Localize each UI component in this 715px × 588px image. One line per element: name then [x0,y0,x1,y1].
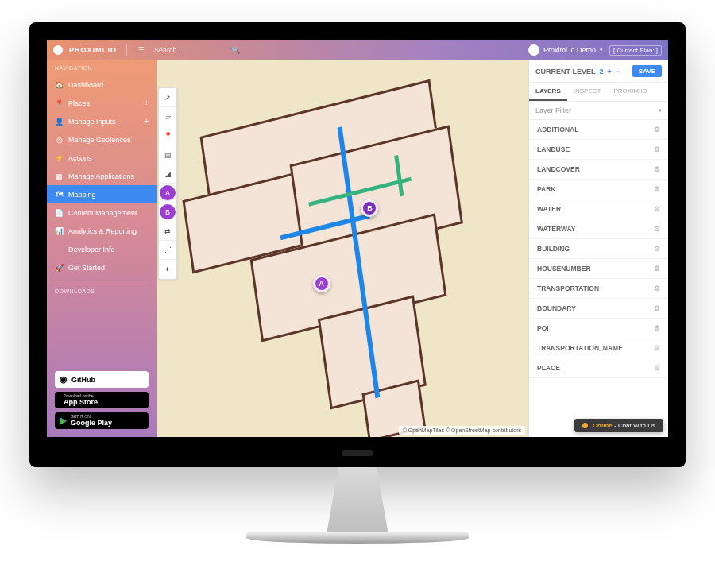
panel-tabs: LAYERSINSPECTPROXIMIIO [529,83,668,102]
sidebar-item-mapping[interactable]: 🗺Mapping [47,185,157,203]
sidebar-item-actions[interactable]: ⚡Actions [47,149,157,167]
gear-icon[interactable]: ⚙ [654,245,660,253]
layer-label: POI [537,324,549,332]
sidebar-item-label: Places [68,99,90,107]
layer-label: HOUSENUMBER [537,265,591,273]
layer-label: WATER [537,205,561,213]
sidebar-item-places[interactable]: 📍Places+ [47,94,157,112]
layer-item-place[interactable]: PLACE⚙ [529,358,668,378]
doc-icon: 📄 [55,208,64,217]
gear-icon[interactable]: ⚙ [654,324,660,332]
menu-icon[interactable]: ☰ [137,46,146,54]
layer-filter[interactable]: Layer Filter ▾ [529,102,668,120]
screen: PROXIMI.IO ☰ 🔍 Proximi.io Demo ▾ [ Curre… [47,40,668,437]
plus-icon[interactable]: + [144,117,149,126]
layer-item-waterway[interactable]: WATERWAY⚙ [529,219,668,239]
gear-icon[interactable]: ⚙ [654,304,660,312]
pin-icon: 📍 [55,99,64,107]
layer-item-transportation[interactable]: TRANSPORTATION⚙ [529,279,668,299]
layer-item-landuse[interactable]: LANDUSE⚙ [529,140,668,160]
sidebar-item-manage-geofences[interactable]: ◎Manage Geofences [47,130,157,149]
tool-path-icon[interactable]: ⋰ [159,241,176,260]
tool-marker-icon[interactable]: 📍 [159,126,176,145]
layer-item-water[interactable]: WATER⚙ [529,199,668,219]
gear-icon[interactable]: ⚙ [654,344,660,352]
sidebar-item-developer-info[interactable]: Developer Info [47,240,157,258]
tab-layers[interactable]: LAYERS [529,83,567,101]
gear-icon[interactable]: ⚙ [654,165,660,173]
tool-sparkle-icon[interactable]: ✦ [159,260,176,279]
plus-icon[interactable]: + [144,99,149,107]
tool-route-icon[interactable]: ⇄ [159,222,176,241]
gear-icon[interactable]: ⚙ [654,364,660,372]
appstore-badge[interactable]: Download on the App Store [55,392,149,408]
speedometer-icon: 🏠 [55,80,64,89]
sidebar-item-label: Dashboard [68,81,103,89]
layer-label: TRANSPORTATION_NAME [537,344,623,352]
sidebar-item-label: Analytics & Reporting [68,227,137,235]
gear-icon[interactable]: ⚙ [654,284,660,292]
brand-label: PROXIMI.IO [69,46,117,54]
layer-item-building[interactable]: BUILDING⚙ [529,239,668,259]
tool-polygon-icon[interactable]: ▱ [159,107,176,126]
code-icon [55,245,64,253]
tool-point-b-icon[interactable]: B [160,204,176,220]
chat-status: Online [593,422,613,429]
chat-widget[interactable]: Online - Chat With Us [574,419,663,432]
sidebar-item-label: Manage Applications [68,172,134,180]
googleplay-badge[interactable]: GET IT ON Google Play [55,412,149,429]
level-plus-button[interactable]: + [608,68,612,75]
sidebar-item-manage-inputs[interactable]: 👤Manage Inputs+ [47,112,157,130]
tool-levels-icon[interactable]: ▤ [159,145,176,164]
tab-inspect[interactable]: INSPECT [567,83,608,101]
layer-label: LANDUSE [537,145,570,153]
sidebar-item-label: Developer Info [68,246,115,253]
avatar-icon [528,44,539,56]
tool-line-icon[interactable]: ↗ [159,88,176,107]
gplay-small-label: GET IT ON [71,415,112,419]
layer-item-housenumber[interactable]: HOUSENUMBER⚙ [529,259,668,279]
gear-icon[interactable]: ⚙ [654,185,660,193]
layer-label: WATERWAY [537,225,576,233]
layer-item-poi[interactable]: POI⚙ [529,319,668,338]
tool-point-a-icon[interactable]: A [160,185,176,201]
monitor-stand [326,467,389,539]
github-badge[interactable]: ◉ GitHub [55,371,149,388]
chevron-down-icon: ▾ [600,47,603,53]
divider [53,280,150,280]
map-toolbar: ↗ ▱ 📍 ▤ ◢ A B ⇄ ⋰ ✦ [158,87,177,280]
save-button[interactable]: SAVE [632,65,662,77]
gear-icon[interactable]: ⚙ [654,265,660,273]
sidebar-item-dashboard[interactable]: 🏠Dashboard [47,75,157,94]
gear-icon[interactable]: ⚙ [654,225,660,233]
gear-icon[interactable]: ⚙ [654,126,660,133]
sidebar-item-analytics-reporting[interactable]: 📊Analytics & Reporting [47,222,157,240]
user-menu[interactable]: Proximi.io Demo ▾ [528,44,603,56]
layer-item-landcover[interactable]: LANDCOVER⚙ [529,160,668,180]
tool-gradient-icon[interactable]: ◢ [159,164,176,184]
user-name-label: Proximi.io Demo [543,46,596,54]
sidebar-item-manage-applications[interactable]: ▦Manage Applications [47,167,157,185]
gear-icon[interactable]: ⚙ [654,205,660,213]
sidebar-item-label: Mapping [68,191,96,199]
plan-badge[interactable]: [ Current Plan: ] [609,45,662,56]
layer-label: BUILDING [537,245,570,253]
level-control: CURRENT LEVEL 2 + − SAVE [529,60,668,83]
gplay-big-label: Google Play [71,419,112,427]
map-canvas[interactable]: A B ↗ ▱ 📍 ▤ ◢ A B ⇄ ⋰ ✦ © OpenMapTiles ©… [157,60,528,437]
sidebar-item-content-management[interactable]: 📄Content Management [47,203,157,222]
bolt-icon: ⚡ [55,153,64,162]
level-minus-button[interactable]: − [616,68,620,75]
layer-item-boundary[interactable]: BOUNDARY⚙ [529,299,668,319]
sidebar-item-label: Manage Geofences [68,136,131,144]
github-label: GitHub [72,376,95,384]
layer-item-park[interactable]: PARK⚙ [529,180,668,199]
sidebar-item-get-started[interactable]: 🚀Get Started [47,258,157,277]
gear-icon[interactable]: ⚙ [654,145,660,153]
tab-proximiio[interactable]: PROXIMIIO [607,83,653,101]
map-marker-a[interactable]: A [313,275,330,292]
layer-item-transportation_name[interactable]: TRANSPORTATION_NAME⚙ [529,338,668,358]
search-icon[interactable]: 🔍 [230,46,240,54]
search-input[interactable] [153,44,224,56]
layer-item-additional[interactable]: ADDITIONAL⚙ [529,120,668,140]
